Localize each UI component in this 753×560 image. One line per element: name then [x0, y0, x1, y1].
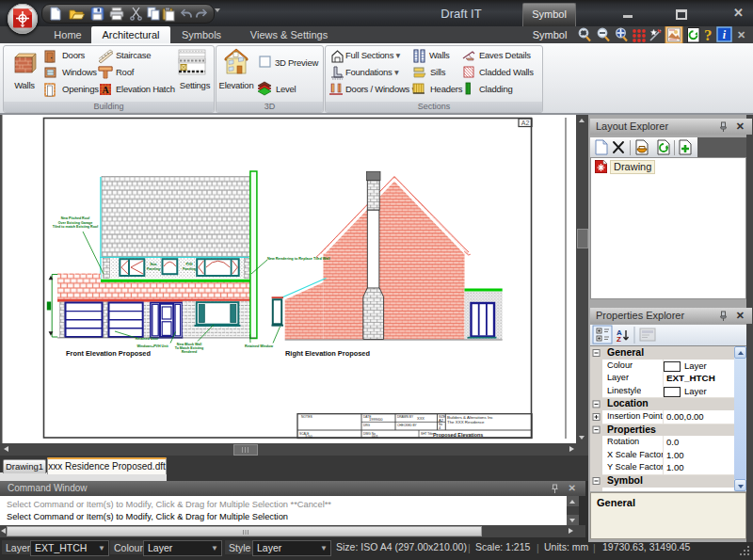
svg-text:Rendered: Rendered [182, 350, 198, 354]
svg-text:001: 001 [372, 434, 378, 439]
svg-text:PVH: PVH [186, 263, 194, 266]
svg-text:CHECKED BY: CHECKED BY [397, 424, 418, 427]
svg-text:A2: A2 [521, 120, 530, 126]
svg-text:Over Existing Garage: Over Existing Garage [58, 221, 93, 225]
svg-text:Paneling: Paneling [183, 267, 196, 271]
svg-text:✕: ✕ [737, 29, 745, 40]
svg-text:A: A [102, 85, 109, 95]
svg-text:New Pitched Roof: New Pitched Roof [61, 216, 90, 220]
svg-text:SHT Title: SHT Title [421, 432, 433, 436]
svg-text:NOTES: NOTES [301, 415, 312, 419]
svg-text:Windows+PVH Unit: Windows+PVH Unit [136, 344, 168, 348]
svg-text:New Rendering to Replace Tile: New Rendering to Replace Tiled Wall [267, 257, 329, 261]
svg-text:DRG: DRG [363, 424, 371, 427]
svg-text:Z: Z [617, 335, 621, 344]
svg-text:Paneling: Paneling [147, 267, 160, 271]
svg-text:XXX: XXX [417, 416, 425, 421]
svg-text:Retained Window: Retained Window [245, 344, 273, 348]
svg-text:Tiled to match Existing Roof: Tiled to match Existing Roof [53, 225, 99, 229]
svg-text:DRAWN BY: DRAWN BY [397, 415, 414, 419]
svg-text:Proposed Elevations: Proposed Elevations [433, 432, 483, 438]
svg-text:New: New [151, 263, 157, 266]
svg-text:Retained Door: Retained Door [136, 337, 159, 341]
svg-text:1999/00: 1999/00 [369, 417, 383, 422]
svg-text:The XXX Residence: The XXX Residence [447, 420, 485, 424]
svg-text:Front Elevation Proposed: Front Elevation Proposed [66, 349, 151, 358]
svg-text:1:50: 1:50 [305, 434, 313, 439]
svg-text:?: ? [704, 26, 713, 43]
svg-text:Right Elevation Proposed: Right Elevation Proposed [285, 349, 370, 358]
